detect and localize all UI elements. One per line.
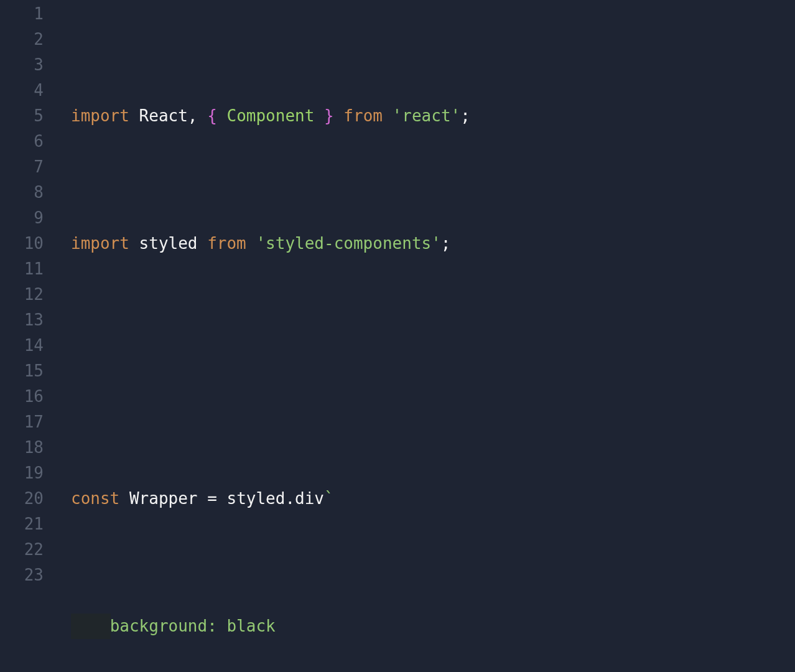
line-number: 18 — [0, 435, 56, 460]
code-editor[interactable]: 1234567891011121314151617181920212223 im… — [0, 0, 795, 672]
line-number: 9 — [0, 205, 56, 231]
line-number: 4 — [0, 78, 56, 103]
member-expr: styled.div — [226, 489, 324, 508]
line-number: 10 — [0, 231, 56, 256]
keyword-from: from — [334, 106, 393, 125]
line-number: 2 — [0, 27, 56, 52]
line-number: 19 — [0, 460, 56, 486]
line-number-gutter: 1234567891011121314151617181920212223 — [0, 0, 56, 672]
line-number: 22 — [0, 537, 56, 562]
code-line[interactable]: const Wrapper = styled.div` — [71, 486, 795, 511]
line-number: 6 — [0, 129, 56, 154]
keyword-from: from — [207, 234, 246, 253]
identifier-component: Component — [226, 106, 314, 125]
keyword-import: import — [71, 106, 129, 125]
line-number: 1 — [0, 1, 56, 27]
line-number: 3 — [0, 52, 56, 78]
brace-open: { — [207, 106, 226, 125]
code-line[interactable] — [71, 358, 795, 384]
line-number: 8 — [0, 180, 56, 205]
line-number: 13 — [0, 307, 56, 333]
line-number: 15 — [0, 358, 56, 384]
keyword-import: import — [71, 234, 129, 253]
line-number: 7 — [0, 154, 56, 180]
line-number: 21 — [0, 511, 56, 537]
line-number: 14 — [0, 333, 56, 358]
line-number: 23 — [0, 562, 56, 588]
code-line[interactable]: background: black — [71, 614, 795, 639]
code-line[interactable]: import styled from 'styled-components'; — [71, 231, 795, 256]
line-number: 17 — [0, 409, 56, 435]
identifier: Wrapper — [129, 489, 198, 508]
keyword-const: const — [71, 489, 119, 508]
line-number: 11 — [0, 256, 56, 282]
template-string: background: black — [110, 617, 276, 635]
code-line[interactable]: import React, { Component } from 'react'… — [71, 103, 795, 129]
line-number: 20 — [0, 486, 56, 511]
string-literal: 'react' — [393, 106, 461, 125]
identifier: styled — [139, 234, 198, 253]
backtick: ` — [324, 489, 334, 508]
line-number: 5 — [0, 103, 56, 129]
brace-close: } — [314, 106, 333, 125]
string-literal: 'styled-components' — [256, 234, 440, 253]
identifier: React — [139, 106, 188, 125]
line-number: 12 — [0, 282, 56, 307]
code-area[interactable]: import React, { Component } from 'react'… — [56, 0, 795, 672]
line-number: 16 — [0, 384, 56, 409]
